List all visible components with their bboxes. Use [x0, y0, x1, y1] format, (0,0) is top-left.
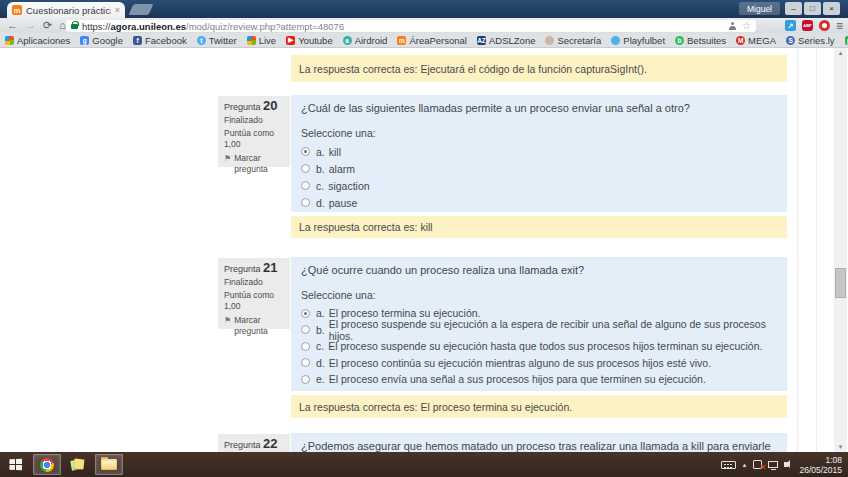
bookmark-star-icon[interactable]: ☆ [742, 21, 751, 31]
feedback-text: La respuesta correcta es: Ejecutará el c… [299, 63, 647, 75]
speaker-icon[interactable] [784, 462, 788, 467]
answer-option[interactable]: b. El proceso suspende su ejecución a la… [301, 322, 777, 339]
bookmark-item[interactable]: bBetsuites [675, 35, 726, 46]
answer-option[interactable]: b. alarm [301, 160, 777, 177]
home-icon[interactable]: ⌂ [59, 18, 66, 33]
hidden-icons-arrow-icon[interactable]: ▲ [742, 462, 748, 468]
taskbar-clock[interactable]: 1:08 26/05/2015 [799, 455, 842, 475]
google-icon: g [80, 36, 89, 45]
minimize-button[interactable]: – [785, 2, 802, 15]
bookmark-item[interactable]: ppordede [845, 35, 848, 46]
answer-option[interactable]: d. pause [301, 194, 777, 211]
refresh-icon[interactable]: ⟳ [43, 18, 52, 33]
close-button[interactable]: × [823, 2, 840, 15]
taskbar-sticky-notes-button[interactable] [64, 454, 92, 475]
flag-question-link[interactable]: ⚑ Marcar pregunta [224, 315, 284, 337]
safely-remove-hardware-icon[interactable]: × [753, 460, 762, 469]
bookmark-item[interactable]: ▶Youtube [286, 35, 333, 46]
tab-close-icon[interactable]: × [115, 5, 120, 15]
option-text: pause [329, 197, 358, 209]
new-tab-button[interactable] [128, 4, 153, 15]
profile-chip[interactable]: Miguel [739, 2, 780, 15]
scroll-down-icon[interactable]: ▼ [834, 444, 847, 450]
flag-question-link[interactable]: ⚑ Marcar pregunta [224, 153, 284, 175]
radio-button[interactable] [301, 147, 310, 156]
browser-tab[interactable]: m Cuestionario práctica 2 × [7, 2, 125, 18]
hola-extension-icon[interactable] [819, 20, 830, 31]
bookmark-label: Google [92, 35, 123, 46]
taskbar-chrome-button[interactable] [33, 454, 61, 475]
airdroid-icon: a [343, 36, 352, 45]
radio-button[interactable] [301, 164, 310, 173]
forward-icon[interactable]: → [25, 18, 36, 33]
tab-title: Cuestionario práctica 2 [26, 5, 111, 16]
quiz-review-page: La respuesta correcta es: Ejecutará el c… [0, 48, 848, 452]
clock-date: 26/05/2015 [799, 465, 842, 475]
radio-button[interactable] [301, 309, 310, 318]
radio-button[interactable] [301, 375, 310, 384]
sticky-notes-icon [71, 458, 85, 471]
answer-option[interactable]: a. kill [301, 143, 777, 160]
answer-option[interactable]: e. El proceso envía una señal a sus proc… [301, 371, 777, 388]
option-text: sigaction [328, 180, 369, 192]
answer-option[interactable]: c. El proceso suspende su ejecución hast… [301, 338, 777, 355]
radio-button[interactable] [301, 198, 310, 207]
question-number: 21 [263, 260, 277, 275]
bookmark-item[interactable]: Live [247, 35, 276, 46]
question-label: Pregunta [224, 264, 261, 274]
bookmark-item[interactable]: fFacebook [133, 35, 187, 46]
bookmark-item[interactable]: Aplicaciones [5, 35, 70, 46]
back-icon[interactable]: ← [7, 18, 18, 33]
answer-option[interactable]: c. sigaction [301, 177, 777, 194]
chrome-menu-icon[interactable]: ≡ [836, 20, 843, 32]
taskbar-explorer-button[interactable] [95, 454, 123, 475]
bookmarks-bar: AplicacionesgGooglefFacebooktTwitterLive… [0, 33, 848, 48]
bookmark-item[interactable]: SSeries.ly [786, 35, 834, 46]
question-20-info: Pregunta 20 Finalizado Puntúa como 1,00 … [218, 96, 290, 167]
bookmark-label: Live [259, 35, 276, 46]
page-scrollbar[interactable]: ▲ ▼ [834, 48, 847, 452]
adblock-extension-icon[interactable]: ABP [802, 20, 813, 31]
scrollbar-thumb[interactable] [835, 268, 846, 298]
question-19-feedback: La respuesta correcta es: Ejecutará el c… [291, 55, 787, 82]
question-22-content: ¿Podemos asegurar que hemos matado un pr… [291, 433, 787, 452]
option-text: El proceso suspende su ejecución hasta q… [328, 340, 762, 352]
bookmark-item[interactable]: Playfulbet [611, 35, 665, 46]
browser-toolbar: ← → ⟳ ⌂ https://agora.unileon.es/mod/qui… [0, 18, 848, 33]
bookmark-item[interactable]: gGoogle [80, 35, 123, 46]
radio-button[interactable] [301, 325, 310, 334]
network-icon[interactable] [768, 461, 778, 468]
question-21-content: ¿Qué ocurre cuando un proceso realiza un… [291, 257, 787, 391]
bookmark-item[interactable]: AZADSLZone [477, 35, 535, 46]
bookmark-item[interactable]: mÁreaPersonal [397, 35, 467, 46]
moodle-icon: m [397, 36, 406, 45]
answer-option[interactable]: d. El proceso continúa su ejecución mien… [301, 355, 777, 372]
flag-label: Marcar pregunta [234, 153, 284, 175]
option-text: El proceso suspende su ejecución a la es… [329, 318, 777, 342]
playfulbet-icon [611, 36, 620, 45]
url-bar[interactable]: https://agora.unileon.es/mod/quiz/review… [66, 20, 756, 32]
ssl-lock-icon [71, 24, 78, 29]
radio-button[interactable] [301, 358, 310, 367]
option-key: b. [316, 324, 325, 336]
file-explorer-icon [101, 459, 117, 470]
youtube-icon: ▶ [286, 36, 295, 45]
flag-label: Marcar pregunta [234, 315, 284, 337]
start-button[interactable] [0, 452, 30, 477]
radio-button[interactable] [301, 181, 310, 190]
moodle-favicon-icon: m [12, 5, 22, 15]
scroll-up-icon[interactable]: ▲ [834, 50, 847, 56]
bookmark-item[interactable]: MMEGA [736, 35, 776, 46]
column-divider [816, 48, 817, 452]
profile-person-icon[interactable] [728, 22, 736, 30]
bookmark-item[interactable]: Secretaría [545, 35, 601, 46]
restore-button[interactable]: □ [804, 2, 821, 15]
apps-grid-icon [5, 36, 14, 45]
radio-button[interactable] [301, 342, 310, 351]
airdroid-extension-icon[interactable]: ↗ [785, 20, 796, 31]
bookmark-item[interactable]: aAirdroid [343, 35, 388, 46]
bookmark-label: Betsuites [687, 35, 726, 46]
bookmark-label: Twitter [209, 35, 237, 46]
touch-keyboard-icon[interactable] [721, 461, 736, 469]
bookmark-item[interactable]: tTwitter [197, 35, 237, 46]
